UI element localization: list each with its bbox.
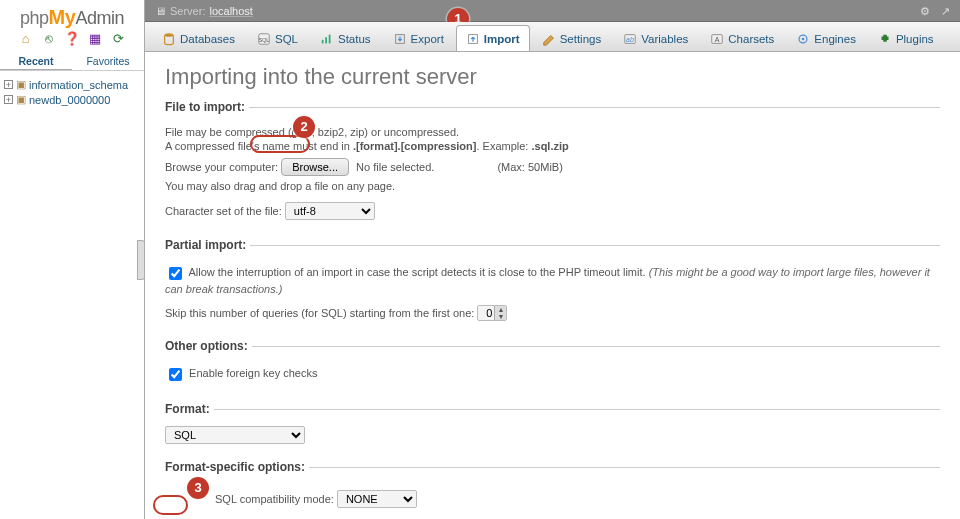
tab-label: Import	[484, 33, 520, 45]
database-icon: ▣	[16, 78, 26, 91]
tab-label: Status	[338, 33, 371, 45]
compat-label: SQL compatibility mode:	[215, 493, 334, 505]
tab-databases[interactable]: Databases	[152, 25, 245, 51]
page-content: Importing into the current server File t…	[145, 52, 960, 519]
page-settings-icon[interactable]: ↗	[941, 5, 950, 17]
console-toggle-icon[interactable]: ⚙	[920, 5, 930, 17]
server-icon: 🖥	[155, 0, 166, 22]
svg-text:A: A	[715, 35, 720, 42]
tab-settings[interactable]: Settings	[532, 25, 612, 51]
allow-interrupt-row: Allow the interruption of an import in c…	[165, 264, 940, 295]
navigation-panel: phpMyAdmin ⌂ ⎋ ❓ ▦ ⟳ Recent Favorites + …	[0, 0, 145, 519]
section-format: Format: SQL	[165, 402, 940, 456]
settings-icon	[542, 32, 556, 46]
skip-queries-input[interactable]	[477, 305, 507, 321]
annotation-badge-3: 3	[187, 477, 209, 499]
fk-label: Enable foreign key checks	[189, 367, 317, 379]
home-icon[interactable]: ⌂	[18, 31, 34, 47]
section-legend: File to import:	[165, 100, 249, 114]
tab-sql[interactable]: SQL SQL	[247, 25, 308, 51]
browse-label: Browse your computer:	[165, 161, 278, 173]
format-select[interactable]: SQL	[165, 426, 305, 444]
breadcrumb-server-label: Server:	[170, 0, 205, 22]
section-legend: Format:	[165, 402, 214, 416]
database-icon: ▣	[16, 93, 26, 106]
tab-import[interactable]: Import	[456, 25, 530, 51]
tab-export[interactable]: Export	[383, 25, 454, 51]
logout-icon[interactable]: ⎋	[41, 31, 57, 47]
tab-engines[interactable]: Engines	[786, 25, 866, 51]
tab-plugins[interactable]: Plugins	[868, 25, 944, 51]
browse-button[interactable]	[281, 158, 349, 176]
skip-queries-label: Skip this number of queries (for SQL) st…	[165, 307, 474, 319]
section-legend: Format-specific options:	[165, 460, 309, 474]
main-panel: 🖥 Server: localhost ⚙ ↗ Databases SQL SQ…	[145, 0, 960, 519]
allow-interrupt-checkbox[interactable]	[169, 267, 182, 280]
section-partial-import: Partial import: Allow the interruption o…	[165, 238, 940, 335]
variables-icon: ab	[623, 32, 637, 46]
skip-queries-row: Skip this number of queries (for SQL) st…	[165, 305, 940, 321]
svg-point-13	[802, 37, 805, 40]
databases-icon	[162, 32, 176, 46]
charset-row: Character set of the file: utf-8	[165, 202, 940, 220]
svg-text:SQL: SQL	[259, 36, 270, 42]
engines-icon	[796, 32, 810, 46]
nav-collapse-handle[interactable]	[137, 240, 145, 280]
tab-label: Settings	[560, 33, 602, 45]
breadcrumb-bar: 🖥 Server: localhost ⚙ ↗	[145, 0, 960, 22]
plugins-icon	[878, 32, 892, 46]
section-other-options: Other options: Enable foreign key checks	[165, 339, 940, 398]
nav-icon-row: ⌂ ⎋ ❓ ▦ ⟳	[0, 31, 144, 47]
tree-item-newdb[interactable]: + ▣ newdb_0000000	[4, 92, 140, 107]
nav-tab-favorites[interactable]: Favorites	[72, 53, 144, 70]
svg-rect-4	[325, 37, 327, 43]
svg-rect-5	[329, 34, 331, 43]
tab-label: Variables	[641, 33, 688, 45]
charsets-icon: A	[710, 32, 724, 46]
fk-checkbox[interactable]	[169, 368, 182, 381]
annotation-badge-2: 2	[293, 116, 315, 138]
tab-charsets[interactable]: A Charsets	[700, 25, 784, 51]
svg-rect-3	[322, 39, 324, 43]
pma-logo[interactable]: phpMyAdmin	[0, 6, 144, 29]
charset-label: Character set of the file:	[165, 205, 282, 217]
import-icon	[466, 32, 480, 46]
fk-row: Enable foreign key checks	[165, 365, 940, 384]
format-specific-inner: SQL compatibility mode: NONE Do not use …	[165, 490, 940, 519]
breadcrumb-server-value[interactable]: localhost	[209, 0, 252, 22]
expand-icon[interactable]: +	[4, 95, 13, 104]
svg-point-0	[165, 33, 174, 37]
sql-query-icon[interactable]: ▦	[87, 31, 103, 47]
nav-tabs: Recent Favorites	[0, 53, 144, 71]
export-icon	[393, 32, 407, 46]
file-hint-1: File may be compressed (gzip, bzip2, zip…	[165, 126, 940, 138]
tree-item-label: newdb_0000000	[29, 94, 110, 106]
drag-drop-hint: You may also drag and drop a file on any…	[165, 180, 940, 192]
section-legend: Partial import:	[165, 238, 250, 252]
tab-status[interactable]: Status	[310, 25, 381, 51]
allow-interrupt-label: Allow the interruption of an import in c…	[188, 266, 645, 278]
tab-label: Plugins	[896, 33, 934, 45]
page-title: Importing into the current server	[165, 64, 940, 90]
section-file-to-import: File to import: File may be compressed (…	[165, 100, 940, 234]
tab-label: Engines	[814, 33, 856, 45]
tab-label: SQL	[275, 33, 298, 45]
browse-row: Browse your computer: No file selected. …	[165, 158, 940, 176]
svg-text:ab: ab	[626, 35, 634, 42]
nav-tab-recent[interactable]: Recent	[0, 53, 72, 70]
tree-item-label: information_schema	[29, 79, 128, 91]
docs-icon[interactable]: ❓	[64, 31, 80, 47]
expand-icon[interactable]: +	[4, 80, 13, 89]
status-icon	[320, 32, 334, 46]
reload-icon[interactable]: ⟳	[110, 31, 126, 47]
sql-icon: SQL	[257, 32, 271, 46]
section-legend: Other options:	[165, 339, 252, 353]
tab-label: Databases	[180, 33, 235, 45]
tab-variables[interactable]: ab Variables	[613, 25, 698, 51]
tab-label: Charsets	[728, 33, 774, 45]
compat-select[interactable]: NONE	[337, 490, 417, 508]
top-menu: Databases SQL SQL Status Export Import S…	[145, 22, 960, 52]
charset-select[interactable]: utf-8	[285, 202, 375, 220]
no-file-selected: No file selected.	[356, 161, 434, 173]
tree-item-information-schema[interactable]: + ▣ information_schema	[4, 77, 140, 92]
